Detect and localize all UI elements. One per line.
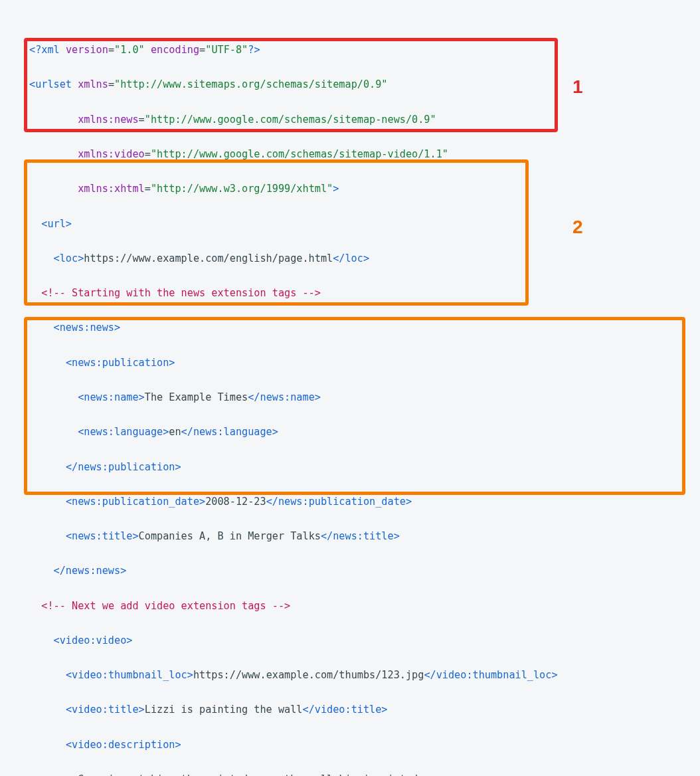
code-line: Gary is watching the paint dry on the wa…	[29, 771, 695, 776]
code-line: <?xml version="1.0" encoding="UTF-8"?>	[29, 41, 695, 58]
code-line: </news:publication>	[29, 458, 695, 476]
code-line: <news:news>	[29, 319, 695, 336]
code-line: <news:publication_date>2008-12-23</news:…	[29, 493, 695, 510]
callout-2: 2	[572, 211, 583, 243]
code-line: <!-- Starting with the news extension ta…	[29, 284, 695, 302]
code-line: xmlns:video="http://www.google.com/schem…	[29, 146, 695, 163]
code-line: <video:thumbnail_loc>https://www.example…	[29, 666, 695, 684]
code-block: <?xml version="1.0" encoding="UTF-8"?> <…	[0, 0, 700, 776]
code-line: <loc>https://www.example.com/english/pag…	[29, 250, 695, 267]
code-line: </news:news>	[29, 562, 695, 579]
code-line: <news:language>en</news:language>	[29, 423, 695, 440]
callout-1: 1	[572, 71, 583, 103]
code-line: <!-- Next we add video extension tags --…	[29, 597, 695, 615]
code-line: <video:title>Lizzi is painting the wall<…	[29, 701, 695, 718]
code-line: <video:description>	[29, 736, 695, 753]
code-line: <news:publication>	[29, 354, 695, 371]
code-line: <url>	[29, 215, 695, 233]
code-line: <video:video>	[29, 632, 695, 649]
code-line: xmlns:xhtml="http://www.w3.org/1999/xhtm…	[29, 180, 695, 197]
xml-open: <?xml	[29, 44, 60, 56]
code-line: <news:name>The Example Times</news:name>	[29, 389, 695, 406]
code-line: <urlset xmlns="http://www.sitemaps.org/s…	[29, 76, 695, 93]
code-line: xmlns:news="http://www.google.com/schema…	[29, 111, 695, 128]
code-line: <news:title>Companies A, B in Merger Tal…	[29, 528, 695, 545]
